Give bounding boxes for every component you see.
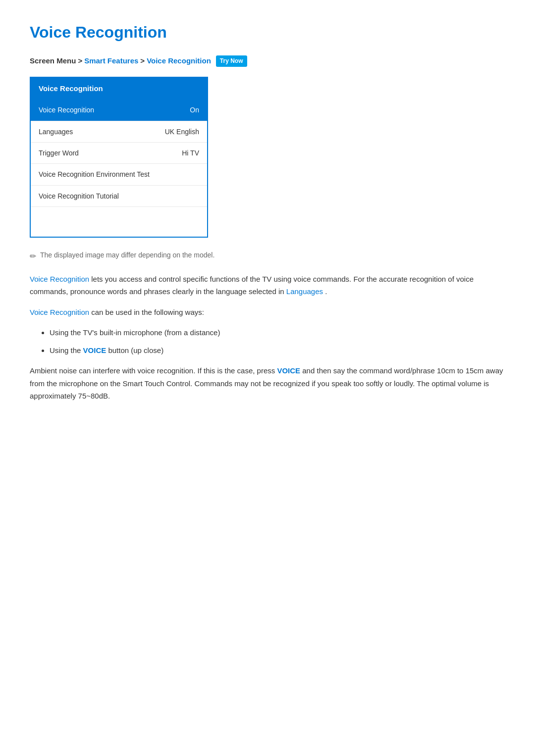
desc2-text: can be used in the following ways: <box>91 308 204 316</box>
menu-item-value-languages: UK English <box>165 126 199 137</box>
page-title: Voice Recognition <box>30 20 505 45</box>
menu-item-value-trigger-word: Hi TV <box>182 148 199 158</box>
desc1-voice-link[interactable]: Voice Recognition <box>30 275 89 283</box>
menu-item-voice-recognition[interactable]: Voice Recognition On <box>31 100 207 121</box>
menu-item-value-voice-recognition: On <box>190 104 199 115</box>
bullet-list: Using the TV's built-in microphone (from… <box>50 326 505 356</box>
bullet-item-1: Using the TV's built-in microphone (from… <box>50 326 505 339</box>
bullet-2-voice: VOICE <box>83 346 107 354</box>
description-3: Ambient noise can interfere with voice r… <box>30 364 505 403</box>
menu-item-label-trigger-word: Trigger Word <box>39 148 79 158</box>
bullet-1-text: Using the TV's built-in microphone (from… <box>50 328 220 337</box>
pencil-icon: ✏ <box>30 250 36 263</box>
bullet-2-pre: Using the <box>50 346 83 354</box>
bullet-item-2: Using the VOICE button (up close) <box>50 344 505 357</box>
menu-item-tutorial[interactable]: Voice Recognition Tutorial <box>31 186 207 207</box>
note-row: ✏ The displayed image may differ dependi… <box>30 250 505 263</box>
menu-item-languages[interactable]: Languages UK English <box>31 121 207 143</box>
menu-item-label-environment-test: Voice Recognition Environment Test <box>39 169 150 180</box>
description-2: Voice Recognition can be used in the fol… <box>30 306 505 319</box>
menu-item-label-tutorial: Voice Recognition Tutorial <box>39 191 119 202</box>
desc1-text: lets you access and control specific fun… <box>30 275 474 296</box>
menu-item-label-languages: Languages <box>39 126 73 137</box>
desc1-languages-link[interactable]: Languages <box>286 287 323 296</box>
breadcrumb-sep2: > <box>140 55 145 67</box>
breadcrumb-screen-menu: Screen Menu <box>30 55 76 67</box>
menu-panel: Voice Recognition Voice Recognition On L… <box>30 77 208 238</box>
menu-item-label-voice-recognition: Voice Recognition <box>39 104 94 115</box>
breadcrumb-smart-features[interactable]: Smart Features <box>84 55 138 67</box>
breadcrumb-voice-recognition[interactable]: Voice Recognition <box>147 55 211 67</box>
bullet-2-post: button (up close) <box>106 346 163 354</box>
menu-item-environment-test[interactable]: Voice Recognition Environment Test <box>31 164 207 185</box>
desc3-part1: Ambient noise can interfere with voice r… <box>30 366 277 375</box>
try-now-badge[interactable]: Try Now <box>216 55 247 67</box>
desc3-voice: VOICE <box>277 366 300 375</box>
breadcrumb: Screen Menu > Smart Features > Voice Rec… <box>30 55 505 67</box>
note-text: The displayed image may differ depending… <box>40 250 214 260</box>
desc1-end: . <box>325 287 327 296</box>
description-1: Voice Recognition lets you access and co… <box>30 273 505 298</box>
menu-spacer <box>31 207 207 237</box>
breadcrumb-sep1: > <box>78 55 82 67</box>
desc2-voice-link[interactable]: Voice Recognition <box>30 308 89 316</box>
menu-panel-header: Voice Recognition <box>31 78 207 100</box>
menu-item-trigger-word[interactable]: Trigger Word Hi TV <box>31 143 207 164</box>
